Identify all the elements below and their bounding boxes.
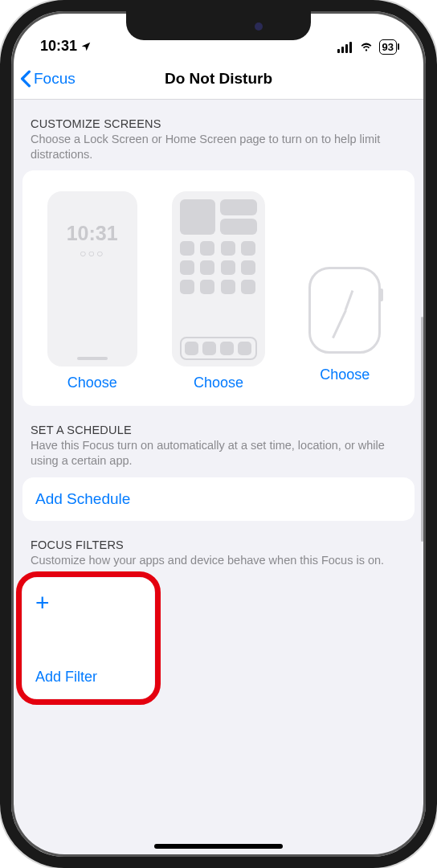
back-label: Focus: [34, 70, 76, 88]
watch-face-preview: [304, 262, 385, 358]
customize-screens-card: 10:31 ○○○ Choose: [22, 170, 415, 406]
customize-screens-subtitle: Choose a Lock Screen or Home Screen page…: [31, 132, 406, 162]
focus-filters-title: FOCUS FILTERS: [31, 538, 406, 551]
customize-screens-title: CUSTOMIZE SCREENS: [31, 117, 406, 130]
choose-watch-face-label: Choose: [320, 366, 370, 383]
home-screen-option[interactable]: Choose: [160, 191, 276, 391]
focus-filters-header: FOCUS FILTERS Customize how your apps an…: [22, 521, 415, 571]
plus-icon: +: [35, 591, 141, 615]
lock-screen-option[interactable]: 10:31 ○○○ Choose: [34, 191, 150, 391]
home-screen-preview: [172, 191, 265, 366]
choose-lock-screen-label: Choose: [67, 375, 117, 391]
add-schedule-label: Add Schedule: [35, 490, 130, 507]
nav-bar: Focus Do Not Disturb: [11, 58, 426, 100]
svg-rect-1: [341, 47, 344, 53]
back-button[interactable]: Focus: [19, 70, 76, 88]
svg-rect-3: [349, 42, 352, 53]
status-bar: 10:31 93: [11, 11, 426, 58]
add-filter-button[interactable]: + Add Filter: [22, 578, 154, 698]
focus-filters-subtitle: Customize how your apps and device behav…: [31, 553, 406, 568]
watch-face-option[interactable]: Choose: [287, 191, 403, 391]
scroll-indicator[interactable]: [421, 317, 423, 542]
customize-screens-header: CUSTOMIZE SCREENS Choose a Lock Screen o…: [22, 100, 415, 166]
add-filter-label: Add Filter: [35, 669, 141, 686]
status-time: 10:31: [40, 38, 77, 55]
lock-screen-preview: 10:31 ○○○: [47, 191, 137, 366]
battery-icon: 93: [379, 39, 397, 55]
wifi-icon: [358, 42, 374, 53]
lock-screen-time: 10:31: [67, 222, 118, 245]
home-indicator[interactable]: [154, 844, 283, 849]
chevron-left-icon: [19, 70, 32, 88]
cellular-icon: [337, 42, 353, 53]
choose-home-screen-label: Choose: [194, 375, 243, 391]
add-schedule-button[interactable]: Add Schedule: [22, 477, 415, 521]
location-icon: [80, 41, 92, 52]
schedule-title: SET A SCHEDULE: [31, 424, 406, 436]
schedule-subtitle: Have this Focus turn on automatically at…: [31, 438, 406, 469]
svg-rect-0: [337, 49, 340, 53]
svg-rect-2: [345, 44, 348, 53]
lock-screen-dots: ○○○: [80, 247, 104, 260]
battery-level: 93: [382, 41, 394, 53]
schedule-header: SET A SCHEDULE Have this Focus turn on a…: [22, 406, 415, 472]
